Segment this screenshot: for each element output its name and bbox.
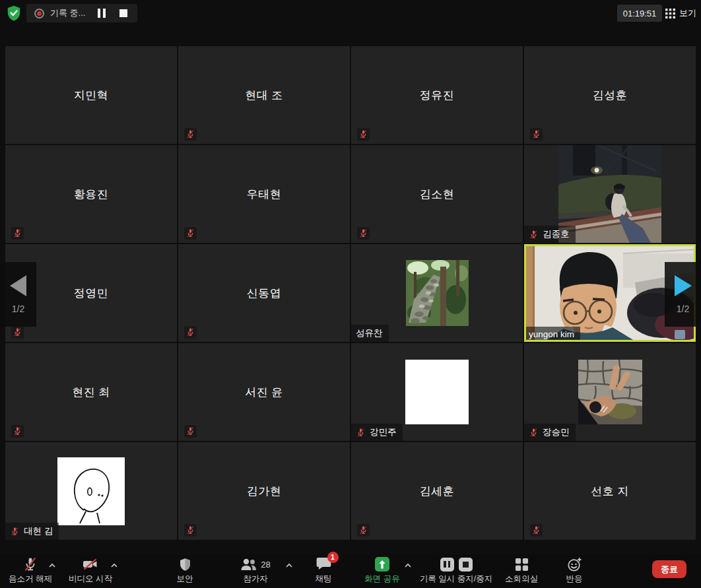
participant-tile[interactable]: 황용진 [5, 145, 177, 243]
participants-count: 28 [261, 560, 270, 570]
participant-name: 지민혁 [5, 46, 177, 144]
security-button[interactable]: 보안 [165, 556, 205, 587]
breakout-rooms-label: 소회의실 [500, 573, 543, 585]
muted-mic-icon [529, 230, 539, 240]
page-indicator: 1/2 [677, 304, 689, 314]
record-dot-icon [34, 9, 44, 18]
participant-tile[interactable]: 김소현 [351, 145, 523, 243]
participant-tile[interactable]: 대현 김 [5, 442, 177, 540]
chat-button[interactable]: 1 채팅 [305, 556, 342, 587]
participant-tile[interactable]: 장승민 [524, 343, 696, 441]
muted-mic-indicator [529, 428, 539, 438]
start-video-label: 비디오 시작 [61, 573, 119, 585]
muted-mic-icon [358, 228, 368, 238]
view-button[interactable]: 보기 [665, 5, 696, 22]
meeting-topbar: 기록 중... 01:19:51 보기 [0, 0, 701, 26]
muted-mic-icon [185, 525, 195, 535]
participant-tile[interactable]: 김세훈 [351, 442, 523, 540]
participants-options-chevron[interactable] [284, 561, 294, 570]
participant-tile[interactable]: 신동엽 [178, 244, 350, 342]
participant-name: 김소현 [351, 145, 523, 243]
security-label: 보안 [165, 573, 205, 585]
prev-page-button[interactable]: 1/2 [0, 262, 36, 327]
participants-label: 참가자 [230, 573, 281, 585]
unmute-options-chevron[interactable] [48, 561, 57, 570]
participant-tile[interactable]: 서진 윤 [178, 343, 350, 441]
participant-tile[interactable]: 현대 조 [178, 46, 350, 144]
recording-indicator: 기록 중... [26, 4, 137, 22]
green-shield-icon [5, 5, 22, 22]
muted-mic-indicator [184, 227, 197, 240]
participant-name: 김성훈 [524, 46, 696, 144]
mic-off-icon [22, 556, 38, 572]
end-meeting-button[interactable]: 종료 [652, 560, 686, 578]
participant-name: 김종호 [543, 228, 570, 240]
muted-mic-icon [185, 426, 195, 436]
participant-tile[interactable]: 지민혁 [5, 46, 177, 144]
stop-record-icon[interactable] [459, 558, 473, 572]
doodle-face-avatar [57, 457, 125, 525]
participant-name: 신동엽 [178, 244, 350, 342]
muted-mic-indicator [184, 524, 197, 537]
video-options-chevron[interactable] [110, 561, 119, 570]
record-control-button[interactable]: 기록 일시 중지/중지 [411, 556, 502, 587]
pause-record-icon[interactable] [440, 558, 454, 572]
muted-mic-icon [185, 228, 195, 238]
recording-label: 기록 중... [50, 7, 85, 19]
muted-mic-indicator [184, 128, 197, 141]
reactions-button[interactable]: 반응 [556, 556, 593, 587]
muted-mic-indicator [11, 326, 24, 339]
next-arrow-icon [675, 275, 692, 296]
participant-tile[interactable]: 김성훈 [524, 46, 696, 144]
breakout-rooms-button[interactable]: 소회의실 [500, 556, 543, 587]
participant-name: 현대 조 [178, 46, 350, 144]
muted-mic-icon [185, 327, 195, 337]
next-page-button[interactable]: 1/2 [665, 262, 701, 327]
muted-mic-indicator [11, 227, 24, 240]
security-shield-button[interactable] [5, 5, 22, 22]
participant-tile[interactable]: 우태현 [178, 145, 350, 243]
muted-mic-indicator [357, 128, 370, 141]
muted-mic-icon [531, 129, 541, 139]
muted-mic-indicator [184, 425, 197, 438]
participant-tile[interactable]: 정유진 [351, 46, 523, 144]
reactions-label: 반응 [556, 573, 593, 585]
muted-mic-indicator [529, 230, 539, 240]
participant-tile[interactable]: 강민주 [351, 343, 523, 441]
participant-tile[interactable]: 현진 최 [5, 343, 177, 441]
participant-name: 성유찬 [356, 327, 383, 339]
participant-label: 장승민 [524, 424, 576, 441]
photo-forest-path [406, 260, 469, 326]
participant-name: 대현 김 [24, 525, 53, 537]
chat-badge: 1 [327, 552, 339, 563]
muted-mic-indicator [10, 527, 20, 537]
meeting-toolbar: 음소거 해제 비디오 시작 보안 [0, 554, 701, 588]
participant-tile[interactable]: 김종호 [524, 145, 696, 243]
reactions-smiley-icon [567, 557, 582, 572]
view-label: 보기 [679, 7, 696, 19]
participant-tile[interactable]: 성유찬 [351, 244, 523, 342]
participant-name: 황용진 [5, 145, 177, 243]
chat-label: 채팅 [305, 573, 342, 585]
white-square-avatar [405, 360, 469, 424]
participant-name: yungon kim [529, 329, 574, 339]
share-screen-button[interactable]: 화면 공유 [358, 556, 407, 587]
pause-recording-button[interactable] [98, 9, 107, 18]
muted-mic-indicator [357, 524, 370, 537]
participants-button[interactable]: 28 참가자 [230, 556, 281, 587]
muted-mic-icon [531, 525, 541, 535]
muted-mic-indicator [357, 227, 370, 240]
stop-recording-button[interactable] [119, 9, 127, 17]
share-screen-icon [375, 557, 389, 572]
participant-name: 서진 윤 [178, 343, 350, 441]
grid-view-icon [665, 9, 675, 18]
muted-mic-icon [356, 428, 366, 438]
security-shield-icon [178, 557, 192, 572]
participant-label: yungon kim [524, 327, 580, 342]
participant-name: 현진 최 [5, 343, 177, 441]
participant-label: 강민주 [351, 424, 403, 441]
muted-mic-icon [185, 129, 195, 139]
participant-tile[interactable]: 김가현 [178, 442, 350, 540]
participant-tile[interactable]: 선호 지 [524, 442, 696, 540]
participant-label: 성유찬 [351, 325, 389, 342]
